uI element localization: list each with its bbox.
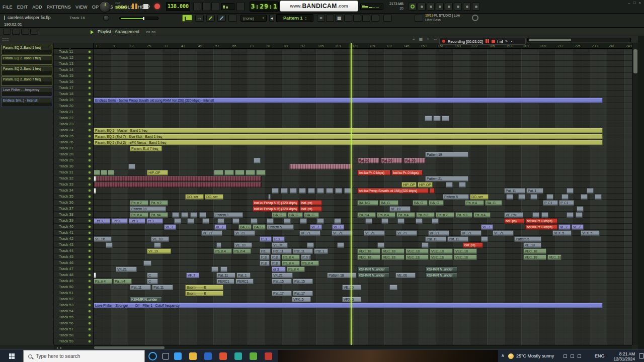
playlist-clip[interactable] [317,188,324,194]
playlist-clip[interactable] [317,218,324,224]
drag-grip-icon[interactable] [2,38,9,42]
scrollbar-thumb[interactable] [633,49,637,73]
playlist-clip[interactable]: bat..ps) [504,218,524,224]
playlist-clip[interactable] [334,218,341,224]
playlist-clip[interactable]: Pattern 18 [327,273,356,278]
playlist-clip[interactable]: BA..NG [357,200,378,206]
playlist-clip[interactable] [281,188,288,194]
playlist-clip[interactable] [290,188,297,194]
recording-pause-button[interactable] [486,39,489,43]
playlist-clip[interactable]: Pattern 5 [267,224,294,230]
wait-for-input-icon[interactable] [202,2,210,11]
track-header[interactable]: Track 39 [54,218,93,224]
track-header[interactable]: Track 38 [54,212,93,218]
playlist-clip[interactable] [224,170,234,175]
playlist-clip[interactable]: VEC..18 [357,254,380,260]
taskbar-app-4[interactable] [219,352,227,360]
playlist-icon[interactable]: ≡ [317,15,325,22]
playlist-clip[interactable]: KSHMR N..under [425,273,457,278]
playlist-clip[interactable]: Pat..11 [152,285,173,290]
track-header[interactable]: Track 40 [54,224,93,230]
playlist-clip[interactable]: VF..21 [201,230,222,236]
mute-led[interactable] [89,220,91,222]
start-button[interactable] [0,350,23,362]
mute-led[interactable] [89,244,91,246]
playlist-h-scrollbar[interactable] [527,38,631,42]
track-header[interactable]: Track 15 [54,73,93,79]
playlist-clip[interactable]: Pa..n 4 [282,254,300,260]
playlist-clip[interactable]: Pat..11 [216,273,235,278]
playlist-clip[interactable]: Pa..n 2 [416,212,435,218]
playlist-clip[interactable]: KSHMR N..under [425,266,457,272]
playlist-clip[interactable] [581,194,588,200]
playlist-clip[interactable] [299,188,306,194]
playlist-clip[interactable]: Pat..20 [380,158,403,163]
playlist-clip[interactable]: bat ku Preap Sovath..ol 156) (320 kbps) [357,188,429,194]
cortana-icon[interactable] [148,352,157,360]
playlist-clip[interactable]: VF..21 [272,273,293,278]
track-header[interactable]: Track 35 [54,194,93,200]
playlist-clip[interactable] [577,206,584,212]
playlist-clip[interactable]: Pat..20 [404,158,426,163]
playlist-clip[interactable]: BA..G [238,224,252,230]
grid-view-icon[interactable]: ▦ [419,37,423,41]
tray-expand-icon[interactable]: ∧ [501,353,505,358]
playlist-clip[interactable]: BA..G [288,212,303,218]
language-indicator[interactable]: ENG [595,350,605,362]
playlist-clip[interactable]: Pattern 5 [443,194,469,200]
track-header[interactable]: Track 37 [54,206,93,212]
menu-edit[interactable]: EDIT [17,5,28,10]
playlist-clip[interactable]: VE..M [272,242,288,248]
playlist-clip[interactable] [187,218,194,224]
playlist-clip[interactable]: Pat..11 [293,248,313,254]
track-header[interactable]: Track 26 [54,139,93,145]
track-header[interactable]: Track 16 [54,79,93,85]
menu-icon[interactable]: ≡ [413,37,415,41]
playlist-clip[interactable]: bat ku Pr..0 kbps) [525,224,557,230]
track-header[interactable]: Track 57 [54,326,93,332]
mute-led[interactable] [89,177,91,179]
playlist-clip[interactable]: VF..19 [389,206,411,212]
mute-led[interactable] [89,105,91,107]
track-header[interactable]: Track 22 [54,115,93,121]
mute-led[interactable] [89,153,91,155]
fit-zoom-icon[interactable]: ↔ [433,37,437,41]
mute-led[interactable] [89,147,91,149]
track-header[interactable]: Track 47 [54,266,93,272]
playlist-clip[interactable] [506,194,513,200]
playlist-clip[interactable]: bat..ps) [300,200,322,206]
playlist-clip[interactable]: P..3 [273,236,285,242]
playlist-clip[interactable]: Pat..17 [272,291,292,296]
taskbar-app-5[interactable] [234,352,242,360]
pattern-prev-button[interactable]: ◂ [269,15,274,22]
tray-icon[interactable] [578,354,581,358]
playlist-clip[interactable]: bat ku Pr..0 kbps) [357,170,390,175]
playlist-clip[interactable]: Pat..15 [272,279,292,284]
mute-led[interactable] [89,141,91,143]
playlist-clip[interactable]: DO..ser [185,194,204,200]
playlist-clip[interactable]: bat..ps) [463,242,483,248]
mute-led[interactable] [89,334,91,336]
playlist-clip[interactable] [216,242,221,248]
mute-led[interactable] [89,268,91,270]
mute-led[interactable] [89,123,91,125]
mute-led[interactable] [89,286,91,288]
playlist-clip[interactable]: VF..21 [364,230,385,236]
playlist-clip[interactable]: Pat..11 [130,285,151,290]
playlist-clip[interactable]: Pat..20 [357,158,379,163]
recording-screenshot-button[interactable] [498,40,503,43]
playlist-clip[interactable] [211,266,218,272]
playlist-clip[interactable] [94,176,262,182]
playlist-clip[interactable]: VF..7 [164,224,176,230]
playlist-clip[interactable]: C [147,273,158,278]
browser-icon[interactable] [353,15,361,22]
track-header[interactable]: Track 50 [54,284,93,290]
recording-draw-button[interactable]: ✎ [505,39,508,43]
playlist-clip[interactable] [307,242,314,248]
playlist-clip[interactable]: VFX..5 [552,230,572,236]
mute-led[interactable] [89,274,91,276]
plugin-icon[interactable] [362,15,370,22]
playlist-clip[interactable]: Pa..n 3 [455,212,472,218]
playlist-clip[interactable] [94,170,100,175]
mute-led[interactable] [89,262,91,264]
